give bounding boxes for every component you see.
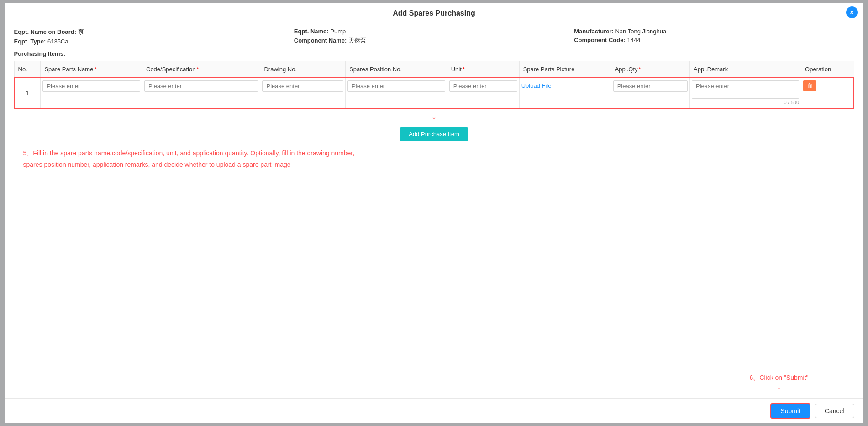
col-header-qty: Appl.Qty*	[611, 61, 689, 78]
remark-counter: 0 / 500	[692, 100, 799, 105]
remark-cell-wrapper: 0 / 500	[692, 80, 799, 105]
required-mark-qty: *	[639, 66, 641, 73]
modal-title: Add Spares Purchasing	[393, 9, 475, 17]
cell-spare-parts-name	[41, 78, 142, 108]
add-purchase-section: ↓ Add Purchase Item	[14, 111, 854, 141]
eqpt-type-row: Eqpt. Type: 6135Ca	[14, 38, 294, 45]
cell-remark: 0 / 500	[690, 78, 801, 108]
table-row: 1	[15, 78, 854, 108]
unit-input[interactable]	[449, 80, 517, 92]
component-name-value: 天然泵	[348, 37, 366, 44]
modal-header: Add Spares Purchasing ×	[5, 3, 863, 22]
info-col-left: Eqpt. Name on Board: 泵 Eqpt. Type: 6135C…	[14, 28, 294, 47]
component-name-label: Component Name:	[294, 37, 347, 44]
cell-row-no: 1	[15, 78, 41, 108]
cell-unit	[447, 78, 519, 108]
submit-annotation-text: 6、Click on "Submit"	[750, 374, 809, 381]
add-purchase-button[interactable]: Add Purchase Item	[400, 127, 468, 141]
col-header-name: Spare Parts Name*	[41, 61, 142, 78]
cell-drawing-no	[260, 78, 346, 108]
purchasing-table-container: No. Spare Parts Name* Code/Specification…	[14, 61, 854, 109]
cell-code-spec	[142, 78, 260, 108]
table-header: No. Spare Parts Name* Code/Specification…	[15, 61, 854, 78]
col-header-operation: Operation	[801, 61, 854, 78]
eqpt-name-row: Eqpt. Name: Pump	[294, 28, 574, 35]
remark-textarea[interactable]	[692, 80, 799, 99]
modal-footer: Submit Cancel	[5, 398, 863, 423]
position-no-input[interactable]	[347, 80, 445, 92]
submit-annotation: 6、Click on "Submit" ↑	[750, 374, 809, 396]
drawing-no-input[interactable]	[262, 80, 343, 92]
spare-parts-name-input[interactable]	[42, 80, 140, 92]
modal-overlay: Add Spares Purchasing × Eqpt. Name on Bo…	[0, 0, 868, 426]
cell-picture[interactable]: Upload File	[519, 78, 611, 108]
required-mark-name: *	[94, 66, 96, 73]
cancel-button[interactable]: Cancel	[815, 404, 854, 418]
cell-qty	[611, 78, 689, 108]
eqpt-name-label: Eqpt. Name:	[294, 28, 329, 35]
component-code-label: Component Code:	[574, 37, 626, 43]
cell-operation: 🗑	[801, 78, 854, 108]
eqpt-type-label: Eqpt. Type:	[14, 38, 46, 45]
component-code-value: 1444	[627, 37, 640, 43]
eqpt-type-value: 6135Ca	[47, 38, 68, 45]
manufacturer-value: Nan Tong Jianghua	[615, 28, 666, 35]
col-header-code: Code/Specification*	[142, 61, 260, 78]
arrow-up-icon: ↑	[750, 384, 809, 396]
col-header-position: Spares Position No.	[346, 61, 447, 78]
hint-section: 5、Fill in the spare parts name,code/spec…	[14, 148, 854, 170]
hint-line2: spares position number, application rema…	[23, 161, 291, 168]
eqpt-name-on-board-label: Eqpt. Name on Board:	[14, 28, 77, 35]
code-spec-input[interactable]	[144, 80, 258, 92]
manufacturer-label: Manufacturer:	[574, 28, 614, 35]
modal-dialog: Add Spares Purchasing × Eqpt. Name on Bo…	[5, 3, 863, 423]
col-header-picture: Spare Parts Picture	[519, 61, 611, 78]
table-body: 1	[15, 78, 854, 108]
purchasing-items-label: Purchasing Items:	[14, 50, 854, 57]
manufacturer-row: Manufacturer: Nan Tong Jianghua	[574, 28, 854, 35]
submit-button[interactable]: Submit	[770, 403, 810, 419]
eqpt-name-on-board-value: 泵	[78, 28, 84, 35]
cell-position-no	[346, 78, 447, 108]
component-code-row: Component Code: 1444	[574, 37, 854, 43]
arrow-down-icon: ↓	[14, 111, 854, 121]
qty-input[interactable]	[613, 80, 688, 92]
col-header-no: No.	[15, 61, 41, 78]
info-section: Eqpt. Name on Board: 泵 Eqpt. Type: 6135C…	[14, 28, 854, 47]
hint-line1: 5、Fill in the spare parts name,code/spec…	[23, 149, 355, 157]
info-col-right: Manufacturer: Nan Tong Jianghua Componen…	[574, 28, 854, 47]
purchasing-table: No. Spare Parts Name* Code/Specification…	[15, 61, 854, 108]
required-mark-unit: *	[463, 66, 465, 73]
delete-row-button[interactable]: 🗑	[803, 80, 816, 91]
required-mark-code: *	[196, 66, 199, 73]
component-name-row: Component Name: 天然泵	[294, 37, 574, 45]
info-col-middle: Eqpt. Name: Pump Component Name: 天然泵	[294, 28, 574, 47]
upload-file-link[interactable]: Upload File	[521, 80, 609, 91]
col-header-drawing: Drawing No.	[260, 61, 346, 78]
eqpt-name-on-board-row: Eqpt. Name on Board: 泵	[14, 28, 294, 36]
modal-body: Eqpt. Name on Board: 泵 Eqpt. Type: 6135C…	[5, 22, 863, 170]
eqpt-name-value: Pump	[330, 28, 346, 35]
close-button[interactable]: ×	[846, 6, 858, 18]
col-header-unit: Unit*	[447, 61, 519, 78]
col-header-remark: Appl.Remark	[690, 61, 801, 78]
